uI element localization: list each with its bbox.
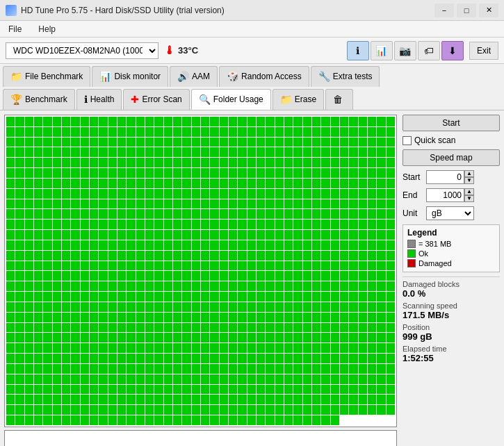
toolbar-chart-icon[interactable]: 📊 bbox=[371, 41, 393, 60]
toolbar-tag-icon[interactable]: 🏷 bbox=[418, 41, 440, 60]
scanning-speed-value: 171.5 MB/s bbox=[403, 310, 500, 320]
grid-cell bbox=[34, 168, 42, 178]
grid-cell bbox=[154, 385, 163, 395]
elapsed-time-value: 1:52:55 bbox=[403, 353, 500, 363]
grid-cell bbox=[359, 354, 367, 363]
grid-cell bbox=[321, 385, 330, 395]
tab-error-scan[interactable]: 🔍 Folder Usage bbox=[191, 89, 271, 110]
grid-cell bbox=[387, 395, 395, 404]
grid-cell bbox=[15, 189, 24, 199]
grid-cell bbox=[127, 230, 135, 240]
grid-cell bbox=[284, 189, 293, 199]
grid-cell bbox=[321, 302, 330, 312]
grid-cell bbox=[340, 323, 348, 333]
grid-cell bbox=[312, 158, 320, 167]
grid-cell bbox=[108, 364, 117, 374]
grid-cell bbox=[6, 240, 15, 250]
grid-cell bbox=[164, 251, 172, 261]
grid-cell bbox=[201, 292, 209, 302]
grid-cell bbox=[62, 127, 70, 137]
grid-cell bbox=[321, 374, 330, 384]
tab-info[interactable]: ℹ Health bbox=[76, 89, 122, 110]
grid-cell bbox=[136, 199, 145, 209]
grid-cell bbox=[25, 209, 33, 219]
grid-cell bbox=[247, 395, 256, 404]
grid-cell bbox=[53, 209, 61, 219]
menu-file[interactable]: File bbox=[6, 23, 24, 35]
device-dropdown[interactable]: WDC WD10EZEX-08M2NA0 (1000 gB) bbox=[6, 42, 158, 59]
end-input[interactable] bbox=[426, 188, 464, 202]
unit-select[interactable]: gB MB KB bbox=[426, 206, 474, 220]
grid-cell bbox=[62, 364, 70, 374]
toolbar-download-icon[interactable]: ⬇ bbox=[441, 41, 464, 60]
toolbar-info-icon[interactable]: ℹ bbox=[347, 41, 369, 60]
grid-cell bbox=[377, 251, 385, 261]
toolbar-camera-icon[interactable]: 📷 bbox=[394, 41, 416, 60]
minimize-button[interactable]: − bbox=[434, 3, 454, 17]
grid-cell bbox=[312, 199, 320, 209]
grid-cell bbox=[387, 374, 395, 384]
start-button[interactable]: Start bbox=[403, 115, 500, 131]
grid-cell bbox=[6, 138, 15, 147]
grid-cell bbox=[25, 138, 33, 147]
grid-cell bbox=[25, 168, 33, 178]
grid-cell bbox=[15, 364, 24, 374]
grid-cell bbox=[229, 127, 237, 137]
error-scan-icon: 🔍 bbox=[199, 94, 211, 105]
grid-cell bbox=[43, 220, 51, 229]
grid-cell bbox=[349, 209, 357, 219]
grid-cell bbox=[257, 240, 265, 250]
thermometer-icon: 🌡 bbox=[164, 44, 175, 57]
tab-disk-monitor[interactable]: 📊 Disk monitor bbox=[92, 66, 168, 87]
grid-cell bbox=[53, 251, 61, 261]
grid-cell bbox=[145, 230, 154, 240]
grid-cell bbox=[220, 333, 228, 342]
grid-cell bbox=[99, 395, 107, 404]
grid-cell bbox=[238, 117, 246, 126]
quick-scan-checkbox[interactable] bbox=[403, 136, 412, 145]
grid-cell bbox=[192, 281, 200, 291]
tab-file-benchmark[interactable]: 📁 File Benchmark bbox=[3, 66, 90, 87]
exit-button[interactable]: Exit bbox=[469, 42, 498, 60]
grid-cell bbox=[6, 251, 15, 261]
grid-cell bbox=[210, 333, 218, 342]
grid-cell bbox=[62, 138, 70, 147]
grid-cell bbox=[349, 138, 357, 147]
tab-folder-usage[interactable]: 📁 Erase bbox=[273, 89, 324, 110]
menu-help[interactable]: Help bbox=[35, 23, 58, 35]
end-up-arrow[interactable]: ▲ bbox=[464, 188, 474, 195]
tab-extra-tests[interactable]: 🔧 Extra tests bbox=[311, 66, 380, 87]
grid-cell bbox=[164, 138, 172, 147]
start-down-arrow[interactable]: ▼ bbox=[464, 177, 474, 184]
grid-cell bbox=[154, 117, 163, 126]
grid-cell bbox=[229, 251, 237, 261]
tab-benchmark[interactable]: 🏆 Benchmark bbox=[3, 89, 75, 110]
grid-cell bbox=[136, 302, 145, 312]
start-up-arrow[interactable]: ▲ bbox=[464, 170, 474, 177]
grid-cell bbox=[25, 364, 33, 374]
grid-cell bbox=[349, 271, 357, 281]
tab-erase[interactable]: 🗑 bbox=[325, 89, 353, 110]
speed-map-button[interactable]: Speed map bbox=[403, 149, 500, 166]
end-label: End bbox=[403, 190, 423, 200]
grid-cell bbox=[201, 405, 209, 415]
grid-cell bbox=[154, 374, 163, 384]
tab-health[interactable]: ✚ Error Scan bbox=[123, 89, 189, 110]
grid-cell bbox=[247, 323, 256, 333]
tab-aam[interactable]: 🔊 AAM bbox=[170, 66, 218, 87]
damaged-blocks-label: Damaged blocks bbox=[403, 280, 500, 288]
grid-cell bbox=[340, 261, 348, 271]
grid-cell bbox=[201, 220, 209, 229]
grid-cell bbox=[340, 271, 348, 281]
grid-cell bbox=[293, 189, 302, 199]
tab-random-access[interactable]: 🎲 Random Access bbox=[219, 66, 309, 87]
maximize-button[interactable]: □ bbox=[457, 3, 476, 17]
grid-cell bbox=[220, 313, 228, 322]
start-input[interactable] bbox=[426, 170, 464, 184]
close-button[interactable]: ✕ bbox=[479, 3, 498, 17]
grid-cell bbox=[99, 199, 107, 209]
grid-cell bbox=[127, 240, 135, 250]
grid-cell bbox=[81, 220, 89, 229]
end-down-arrow[interactable]: ▼ bbox=[464, 195, 474, 202]
grid-cell bbox=[164, 209, 172, 219]
